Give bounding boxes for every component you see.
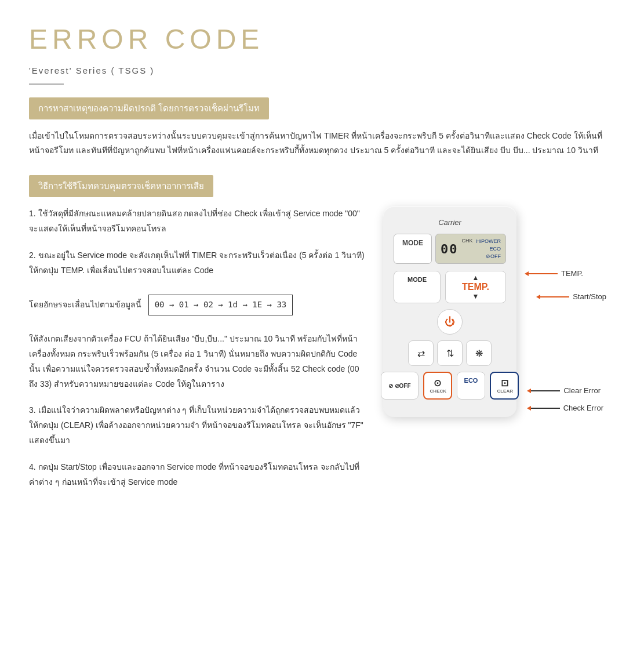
step3-text: ให้สังเกตเสียงจากตัวเครื่อง FCU ถ้าได้ยิ… [29, 332, 366, 392]
brand-label: Carrier [394, 218, 506, 227]
remote-control: Carrier MODE 00 CHK HiPOWER ECO ⊘OFF [383, 206, 516, 417]
section2-header: วิธีการใช้รีโมทควบคุมตรวจเช็คหาอาการเสีย [29, 175, 213, 197]
fan-mode-button[interactable]: ⇄ [408, 340, 434, 366]
divider [29, 84, 64, 85]
step4-header-text: 3. เมื่อแน่ใจว่าความผิดพลาดหรือปัญหาต่าง… [29, 403, 366, 448]
page-title: ERROR CODE [29, 23, 615, 55]
temp-label: TEMP. [462, 282, 489, 292]
off-icon: ⊘ [388, 383, 393, 389]
step2-section: 2. ขณะอยู่ใน Service mode จะสังเกตุเห็นไ… [29, 248, 366, 278]
mode-display-btn[interactable]: MODE [394, 234, 432, 264]
clearerror-arrow-line [531, 390, 560, 391]
temp-arrow-line [529, 273, 558, 274]
bottom-row: ⊘ ⊘OFF ⊙ CHECK ECO ⊡ CLEAR [394, 372, 506, 400]
eco-button[interactable]: ECO [457, 372, 486, 400]
checkerror-arrow-line [531, 408, 560, 409]
check-icon: ⊙ [434, 378, 441, 388]
temp-arrow-down: ▼ [472, 292, 479, 300]
step2-text: 2. ขณะอยู่ใน Service mode จะสังเกตุเห็นไ… [29, 248, 366, 278]
step1-text: 1. ใช้วัสดุที่มีลักษณะแหลมคล้ายปลายดินสอ… [29, 206, 366, 237]
display-section: MODE 00 CHK HiPOWER ECO ⊘OFF [394, 234, 506, 264]
startstop-annotation-label: Start/Stop [573, 292, 606, 301]
check-label: CHECK [430, 389, 445, 394]
clear-icon: ⊡ [501, 378, 508, 388]
step4-text: 4. กดปุ่ม Start/Stop เพื่อจบและออกจาก Se… [29, 460, 366, 490]
lcd-digits: 00 [441, 242, 459, 256]
right-content: Carrier MODE 00 CHK HiPOWER ECO ⊘OFF [383, 206, 615, 417]
checkerror-annotation: Check Error [527, 404, 603, 412]
section1-body: เมื่อเข้าไปในโหมดการตรวจสอบระหว่างนั้นระ… [29, 129, 615, 158]
temp-arrow-up: ▲ [472, 274, 479, 282]
clear-button[interactable]: ⊡ CLEAR [490, 372, 519, 400]
swing-button[interactable]: ⇅ [437, 340, 463, 366]
temp-arrowhead [525, 271, 529, 276]
power-icon: ⏻ [445, 316, 455, 328]
temp-annotation: TEMP. [525, 269, 583, 278]
left-content: 1. ใช้วัสดุที่มีลักษณะแหลมคล้ายปลายดินสอ… [29, 206, 366, 501]
off-button[interactable]: ⊘ ⊘OFF [381, 372, 419, 400]
power-button[interactable]: ⏻ [437, 309, 463, 335]
subtitle: 'Everest' Series ( TSGS ) [29, 66, 615, 75]
remote-wrapper: Carrier MODE 00 CHK HiPOWER ECO ⊘OFF [383, 206, 516, 417]
eco-label: ECO [464, 377, 478, 384]
fan-speed-button[interactable]: ❋ [466, 340, 492, 366]
startstop-annotation: Start/Stop [536, 292, 606, 301]
temp-button-group[interactable]: ▲ TEMP. ▼ [445, 271, 506, 303]
step4-header-section: 3. เมื่อแน่ใจว่าความผิดพลาดหรือปัญหาต่าง… [29, 403, 366, 448]
section1-header: การหาสาเหตุของความผิดปรกติ โดยการตรวจเช็… [29, 97, 269, 119]
startstop-arrowhead [536, 295, 540, 299]
lcd-display: 00 CHK HiPOWER ECO ⊘OFF [435, 234, 506, 264]
checkerror-annotation-label: Check Error [563, 404, 603, 412]
clearerror-annotation: Clear Error [527, 386, 601, 395]
checkerror-arrowhead [527, 406, 531, 411]
clearerror-arrowhead [527, 389, 531, 393]
mode-button[interactable]: MODE [394, 271, 441, 303]
step3-section: ให้สังเกตเสียงจากตัวเครื่อง FCU ถ้าได้ยิ… [29, 332, 366, 392]
mode-temp-row: MODE ▲ TEMP. ▼ [394, 271, 506, 303]
temp-annotation-label: TEMP. [561, 269, 583, 278]
off-label: ⊘OFF [395, 383, 411, 389]
lcd-chk: CHK [461, 238, 472, 244]
code-sequence: 00 → 01 → 02 → 1d → 1E → 33 [148, 295, 293, 315]
code-sequence-label: โดยอักษรจะเลื่อนไปตามข้อมูลนี้ 00 → 01 →… [29, 290, 366, 320]
icon-row: ⇄ ⇅ ❋ [394, 340, 506, 366]
startstop-arrow-line [540, 296, 569, 297]
content-area: 1. ใช้วัสดุที่มีลักษณะแหลมคล้ายปลายดินสอ… [29, 206, 615, 501]
step4-section: 4. กดปุ่ม Start/Stop เพื่อจบและออกจาก Se… [29, 460, 366, 490]
hipower-block: HiPOWER ECO ⊘OFF [476, 238, 501, 260]
step1-section: 1. ใช้วัสดุที่มีลักษณะแหลมคล้ายปลายดินสอ… [29, 206, 366, 237]
code-sequence-section: โดยอักษรจะเลื่อนไปตามข้อมูลนี้ 00 → 01 →… [29, 290, 366, 320]
check-button[interactable]: ⊙ CHECK [423, 372, 452, 400]
clear-label: CLEAR [497, 389, 512, 394]
clearerror-annotation-label: Clear Error [563, 386, 601, 395]
